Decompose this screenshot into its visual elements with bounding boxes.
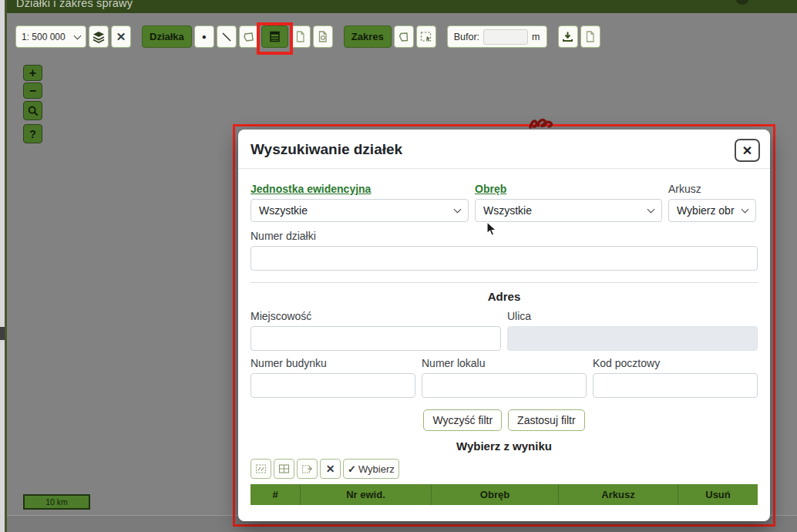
bufor-unit: m (532, 32, 540, 42)
rubber-band-select-button[interactable] (416, 25, 436, 48)
results-table-header: # Nr ewid. Obręb Arkusz Usuń (251, 484, 758, 505)
map-toolbar: 1: 500 000 ✕ Działka ● (15, 25, 600, 48)
wybierz-button-label: Wybierz (358, 463, 395, 475)
wybierz-button[interactable]: ✓ Wybierz (343, 459, 399, 479)
jednostka-select-value: Wszystkie (259, 204, 308, 217)
plus-icon: + (29, 66, 36, 80)
scale-bar-label: 10 km (45, 497, 68, 507)
bufor-input[interactable] (483, 29, 528, 45)
chevron-down-icon (647, 206, 655, 214)
dialog-title: Wyszukiwanie działek (251, 141, 758, 158)
col-usun: Usuń (678, 484, 758, 505)
results-toolbar: ✕ ✓ Wybierz (251, 459, 758, 479)
jednostka-select[interactable]: Wszystkie (251, 199, 469, 222)
section-divider (251, 282, 758, 283)
sidebar-collapse-handle[interactable] (0, 327, 5, 340)
dzialka-mode-button[interactable]: Działka (142, 25, 192, 48)
chevron-down-icon (742, 206, 749, 214)
zakres-polygon-button[interactable] (394, 25, 414, 48)
grid-export-button[interactable] (297, 459, 318, 479)
numer-budynku-label: Numer budynku (251, 357, 415, 369)
numer-lokalu-label: Numer lokalu (422, 357, 587, 369)
dashed-select-icon (420, 31, 432, 42)
bufor-label: Bufor: (454, 32, 479, 42)
layers-icon (92, 31, 105, 43)
dialog-header: Wyszukiwanie działek ✕ (238, 130, 770, 169)
zakres-mode-button[interactable]: Zakres (344, 25, 392, 48)
document-icon (585, 31, 595, 42)
close-button[interactable]: ✕ (735, 139, 760, 162)
scale-select-value: 1: 500 000 (22, 32, 66, 42)
arkusz-select-value: Wybierz obr (677, 204, 735, 217)
header-partial-icon (736, 0, 748, 5)
numer-dzialki-label: Numer działki (251, 230, 758, 242)
bufor-group: Bufor: m (447, 25, 547, 48)
polygon-icon (398, 32, 409, 42)
grid-view-button[interactable] (274, 459, 294, 479)
kod-pocztowy-input[interactable] (593, 373, 758, 398)
download-button[interactable] (558, 25, 578, 48)
point-icon: ● (202, 32, 207, 41)
numer-dzialki-input[interactable] (251, 246, 758, 271)
apply-filter-button[interactable]: Zastosuj filtr (508, 409, 584, 431)
close-icon: ✕ (116, 30, 126, 44)
close-icon: ✕ (742, 143, 752, 158)
report-document-button[interactable] (580, 25, 600, 48)
jednostka-label: Jednostka ewidencyjna (251, 183, 469, 195)
ulica-input (507, 326, 758, 351)
arkusz-label: Arkusz (668, 183, 756, 195)
grid-icon (278, 463, 290, 474)
parcel-search-button[interactable] (261, 25, 288, 48)
polygon-tool-button[interactable] (239, 25, 259, 48)
results-table: # Nr ewid. Obręb Arkusz Usuń (251, 484, 758, 519)
miejscowosc-input[interactable] (251, 326, 501, 351)
col-obreb: Obręb (431, 484, 558, 505)
ulica-label: Ulica (507, 310, 758, 322)
chevron-down-icon (74, 32, 82, 39)
close-icon: ✕ (326, 463, 335, 475)
obreb-label: Obręb (475, 183, 662, 195)
scale-bar: 10 km (23, 494, 90, 510)
parcel-table-icon (269, 31, 281, 42)
check-icon: ✓ (348, 463, 356, 475)
col-index: # (251, 484, 300, 505)
col-nr-ewid: Nr ewid. (300, 484, 431, 505)
sidebar-edge (0, 0, 7, 532)
annotation-modal-box: Wyszukiwanie działek ✕ Jednostka ewidenc… (233, 124, 775, 527)
question-icon: ? (29, 128, 36, 140)
clear-results-button[interactable]: ✕ (320, 459, 341, 479)
obreb-select[interactable]: Wszystkie (475, 199, 662, 222)
adres-heading: Adres (251, 290, 758, 303)
grid-export-icon (301, 463, 313, 474)
point-tool-button[interactable]: ● (194, 25, 214, 48)
col-arkusz: Arkusz (558, 484, 678, 505)
help-button[interactable]: ? (23, 124, 42, 143)
results-heading: Wybierz z wyniku (251, 439, 758, 453)
chevron-down-icon (454, 206, 462, 214)
obreb-select-value: Wszystkie (483, 204, 532, 217)
clear-filter-button[interactable]: Wyczyść filtr (423, 409, 502, 431)
magnifier-icon (28, 106, 39, 116)
clear-map-button[interactable]: ✕ (111, 25, 131, 48)
zoom-in-button[interactable]: + (23, 65, 42, 81)
scale-select[interactable]: 1: 500 000 (15, 25, 86, 48)
download-icon (562, 31, 573, 42)
minus-icon: − (29, 84, 36, 98)
line-tool-button[interactable] (217, 25, 237, 48)
document-icon (295, 31, 305, 42)
select-scattered-button[interactable] (251, 459, 271, 479)
dialog-body: Jednostka ewidencyjna Wszystkie Obręb Ws… (238, 169, 770, 519)
kod-pocztowy-label: Kod pocztowy (593, 357, 758, 369)
document-button[interactable] (291, 25, 311, 48)
document-import-button[interactable] (313, 25, 333, 48)
numer-budynku-input[interactable] (251, 373, 415, 398)
results-empty-row (251, 505, 758, 519)
arkusz-select[interactable]: Wybierz obr (668, 199, 756, 222)
zoom-out-button[interactable]: − (23, 82, 42, 99)
line-icon (221, 32, 232, 42)
document-import-icon (318, 31, 328, 42)
miejscowosc-label: Miejscowość (251, 310, 501, 322)
layers-button[interactable] (89, 25, 109, 48)
map-search-button[interactable] (23, 101, 42, 120)
numer-lokalu-input[interactable] (422, 373, 587, 398)
